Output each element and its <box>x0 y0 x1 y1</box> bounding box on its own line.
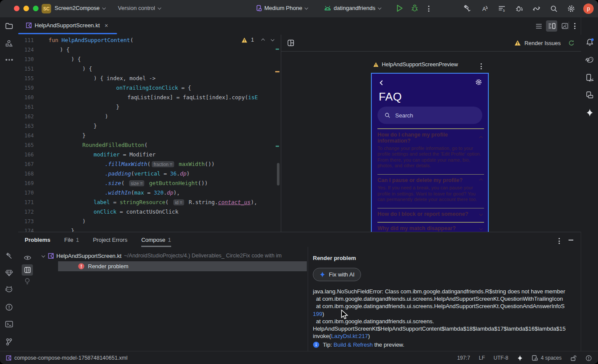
code-editor[interactable]: 111fun HelpAndSupportContent(124) {130) … <box>18 35 281 232</box>
preview-options-icon[interactable] <box>481 63 482 69</box>
code-line[interactable]: 161} <box>18 102 281 112</box>
line-number: 168 <box>18 169 34 179</box>
code-view-button[interactable] <box>533 20 544 32</box>
trace-link[interactable]: LazyDsl.kt:217 <box>331 333 368 339</box>
inspection-widget[interactable]: 1 <box>241 37 275 43</box>
code-line[interactable]: 165RoundedFilledButton( <box>18 140 281 150</box>
editor-scrollbar[interactable] <box>277 163 280 185</box>
line-number: 151 <box>18 64 34 74</box>
show-details-icon[interactable] <box>22 264 33 276</box>
structure-icon[interactable] <box>6 40 13 47</box>
ai-status-icon[interactable] <box>517 355 523 361</box>
vcs-menu[interactable]: Version control <box>118 5 161 11</box>
tab-close-icon[interactable]: × <box>104 22 108 29</box>
code-line[interactable]: 160faqList[index] = faqList[index].copy(… <box>18 93 281 102</box>
code-line[interactable]: 173) <box>18 217 281 226</box>
profiler-icon[interactable] <box>515 4 523 13</box>
code-line[interactable]: 167.fillMaxWidth(fraction = maxWidth()) <box>18 159 281 169</box>
panel-tab-compose[interactable]: Compose1 <box>141 232 171 247</box>
logcat-icon[interactable] <box>5 286 13 293</box>
left-toolwindow-strip <box>0 17 19 351</box>
status-file[interactable]: compose-compose-model-1758748140651.xml <box>6 351 127 364</box>
running-devices-icon[interactable] <box>586 74 594 82</box>
render-problem-row[interactable]: Render problem <box>58 261 307 271</box>
next-problem-icon[interactable] <box>271 38 274 41</box>
project-icon[interactable] <box>5 23 13 29</box>
user-avatar[interactable]: p <box>583 3 594 14</box>
code-assist-icon[interactable]: A <box>480 4 489 13</box>
line-ending-widget[interactable]: LF <box>479 355 485 361</box>
run-configuration[interactable]: datingandfriends <box>324 5 381 11</box>
close-window-button[interactable] <box>14 6 20 11</box>
code-line[interactable]: 151) { <box>18 64 281 74</box>
device-selector[interactable]: Medium Phone <box>256 5 308 11</box>
warning-icon <box>514 40 521 46</box>
gemini-icon[interactable] <box>5 270 13 276</box>
debug-button[interactable] <box>411 4 419 12</box>
code-line[interactable]: 164} <box>18 131 281 140</box>
panel-tab-problems[interactable]: Problems <box>25 232 50 247</box>
problems-file-name: HelpAndSupportScreen.kt <box>56 253 121 259</box>
code-line[interactable]: 168.padding(vertical = 36.dp) <box>18 169 281 179</box>
problems-toolwindow-icon[interactable] <box>5 303 13 311</box>
code-line[interactable]: 170.widthIn(max = 320.dp), <box>18 188 281 198</box>
device-mirror-icon[interactable] <box>532 4 541 13</box>
notifications-icon[interactable] <box>586 38 594 46</box>
line-number: 165 <box>18 140 34 150</box>
settings-icon[interactable] <box>567 4 575 13</box>
encoding-widget[interactable]: UTF-8 <box>494 355 508 361</box>
more-toolwindows-icon[interactable] <box>6 59 13 61</box>
unlock-icon[interactable] <box>570 355 577 361</box>
app-menu[interactable]: Screen2Compose <box>55 5 105 11</box>
terminal-icon[interactable] <box>5 321 13 328</box>
run-button[interactable] <box>396 4 403 12</box>
split-view-button[interactable] <box>546 20 557 32</box>
search-icon[interactable] <box>549 4 558 13</box>
code-line[interactable]: 169.size( size = getButtonHeight()) <box>18 179 281 188</box>
code-line[interactable]: 163} <box>18 121 281 131</box>
kotlin-file-icon <box>48 253 54 259</box>
more-run-options[interactable] <box>428 6 429 12</box>
gemini-sparkle-icon[interactable] <box>586 108 594 117</box>
build-toolwindow-icon[interactable] <box>5 252 13 260</box>
editor-options-icon[interactable] <box>574 23 575 29</box>
minimize-window-button[interactable] <box>23 6 29 11</box>
hide-panel-icon[interactable] <box>569 240 573 240</box>
build-refresh-link[interactable]: Build & Refresh <box>334 341 373 348</box>
indent-widget[interactable]: 4 spaces <box>532 355 562 361</box>
code-line[interactable]: 171label = stringResource( id = R.string… <box>18 198 281 207</box>
preview-title-row[interactable]: HelpAndSupportScreenPreview <box>373 62 458 68</box>
quickfix-bulb-icon[interactable] <box>22 276 33 287</box>
code-line[interactable]: 130) { <box>18 55 281 64</box>
version-control-icon[interactable] <box>6 338 13 346</box>
task-list-icon[interactable]: 5 <box>497 4 506 13</box>
prev-problem-icon[interactable] <box>261 39 265 42</box>
build-icon[interactable] <box>463 4 471 13</box>
zoom-window-button[interactable] <box>33 6 39 11</box>
panel-splitter[interactable] <box>308 247 308 351</box>
code-line[interactable]: 155) { index, model -> <box>18 74 281 83</box>
panel-tab-project-errors[interactable]: Project Errors <box>93 232 127 247</box>
device-manager-icon[interactable] <box>586 91 594 99</box>
code-line[interactable]: 172onClick = contactUsOnClick <box>18 207 281 217</box>
code-line[interactable]: 159onTrailingIconClick = { <box>18 83 281 93</box>
problems-file-row[interactable]: HelpAndSupportScreen.kt ~/AndroidStudioP… <box>42 250 307 261</box>
caret-position[interactable]: 197:7 <box>457 355 470 361</box>
refresh-icon[interactable] <box>568 39 575 47</box>
panel-options-icon[interactable] <box>559 238 560 244</box>
gradle-icon[interactable] <box>585 56 594 63</box>
fix-with-ai-button[interactable]: Fix with AI <box>313 268 361 281</box>
panel-tab-file[interactable]: File1 <box>64 232 79 247</box>
preview-problem-icon[interactable] <box>22 252 33 263</box>
code-line[interactable]: 162) <box>18 112 281 121</box>
code-line[interactable]: 174} <box>18 226 281 232</box>
render-issues-button[interactable]: Render Issues <box>514 35 575 51</box>
preview-layout-icon[interactable] <box>287 39 294 46</box>
chevron-icon <box>479 179 483 182</box>
code-line[interactable]: 166modifier = Modifier <box>18 150 281 159</box>
trace-link[interactable]: 199 <box>313 311 322 317</box>
code-line[interactable]: 124) { <box>18 45 281 55</box>
search-icon <box>384 112 390 118</box>
inspection-status-icon[interactable] <box>585 355 592 361</box>
tab-helpandsupportscreen[interactable]: HelpAndSupportScreen.kt × <box>22 17 113 33</box>
